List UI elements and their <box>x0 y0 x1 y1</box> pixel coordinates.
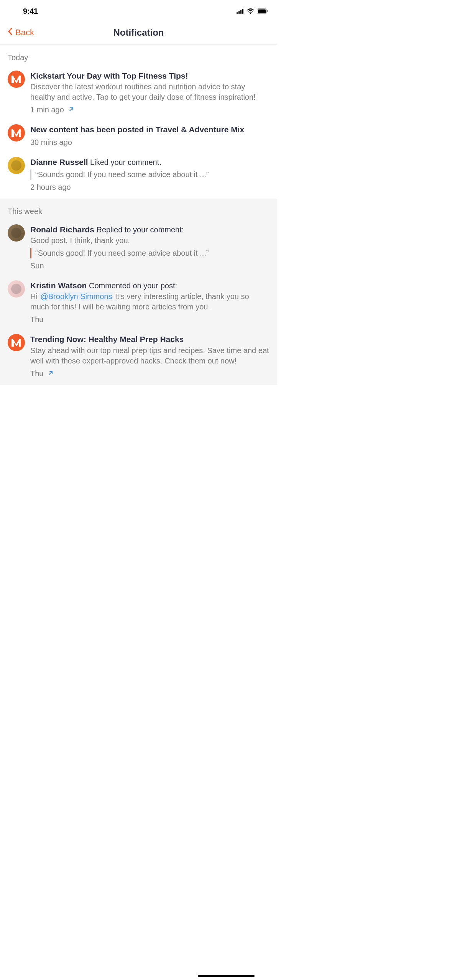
notification-content: Ronald Richards Replied to your comment:… <box>30 224 270 270</box>
section-header: Today <box>0 53 277 67</box>
back-label: Back <box>15 28 34 38</box>
notification-time: Thu <box>30 315 43 324</box>
avatar <box>8 280 25 298</box>
external-link-icon[interactable] <box>48 370 53 378</box>
status-bar: 9:41 <box>0 0 277 21</box>
notification-content: Kristin Watson Commented on your post:Hi… <box>30 280 270 324</box>
notification-time: 1 min ago <box>30 105 64 114</box>
external-link-icon[interactable] <box>69 106 74 114</box>
avatar <box>8 124 25 141</box>
notification-time: Sun <box>30 261 44 270</box>
quote-text: “Sounds good! If you need some advice ab… <box>35 169 270 180</box>
svg-rect-1 <box>238 11 240 14</box>
svg-rect-6 <box>267 10 268 12</box>
back-button[interactable]: Back <box>8 28 34 38</box>
notification-body: Good post, I think, thank you. <box>30 235 270 246</box>
nav-header: Back Notification <box>0 21 277 45</box>
notification-content: New content has been posted in Travel & … <box>30 124 270 146</box>
notification-title: Kristin Watson Commented on your post: <box>30 280 270 291</box>
notification-item[interactable]: Ronald Richards Replied to your comment:… <box>0 221 277 277</box>
notification-time-row: Thu <box>30 369 270 378</box>
svg-rect-5 <box>258 10 266 13</box>
notification-section: This weekRonald Richards Replied to your… <box>0 199 277 385</box>
notification-title: Trending Now: Healthy Meal Prep Hacks <box>30 334 270 344</box>
quote-block: “Sounds good! If you need some advice ab… <box>30 169 270 180</box>
chevron-left-icon <box>8 28 12 38</box>
svg-rect-3 <box>242 9 243 14</box>
notification-item[interactable]: Dianne Russell Liked your comment.“Sound… <box>0 154 277 199</box>
notification-body: Stay ahead with our top meal prep tips a… <box>30 345 270 366</box>
notification-time-row: 2 hours ago <box>30 183 270 192</box>
section-header: This week <box>0 207 277 221</box>
notification-title: Kickstart Your Day with Top Fitness Tips… <box>30 71 270 81</box>
notification-title: Ronald Richards Replied to your comment: <box>30 224 270 235</box>
notification-item[interactable]: New content has been posted in Travel & … <box>0 121 277 153</box>
notification-item[interactable]: Kristin Watson Commented on your post:Hi… <box>0 277 277 331</box>
notification-time-row: 1 min ago <box>30 105 270 114</box>
notification-time-row: 30 mins ago <box>30 138 270 147</box>
notification-content: Trending Now: Healthy Meal Prep HacksSta… <box>30 334 270 378</box>
notification-time: 30 mins ago <box>30 138 72 147</box>
notification-content: Kickstart Your Day with Top Fitness Tips… <box>30 71 270 114</box>
notification-body: Discover the latest workout routines and… <box>30 82 270 102</box>
quote-block: “Sounds good! If you need some advice ab… <box>30 248 270 258</box>
avatar <box>8 157 25 174</box>
notification-time-row: Sun <box>30 261 270 270</box>
notification-item[interactable]: Kickstart Your Day with Top Fitness Tips… <box>0 67 277 121</box>
avatar <box>8 71 25 88</box>
notification-body: Hi @Brooklyn Simmons It's very interesti… <box>30 291 270 312</box>
battery-icon <box>257 8 268 14</box>
mention[interactable]: @Brooklyn Simmons <box>39 292 113 301</box>
notification-title: New content has been posted in Travel & … <box>30 124 270 135</box>
notification-section: TodayKickstart Your Day with Top Fitness… <box>0 45 277 199</box>
status-time: 9:41 <box>11 7 38 16</box>
svg-rect-2 <box>240 10 242 14</box>
notification-title: Dianne Russell Liked your comment. <box>30 157 270 167</box>
page-title: Notification <box>113 27 164 38</box>
notification-content: Dianne Russell Liked your comment.“Sound… <box>30 157 270 192</box>
avatar <box>8 224 25 242</box>
quote-text: “Sounds good! If you need some advice ab… <box>35 248 270 258</box>
notification-time: 2 hours ago <box>30 183 71 192</box>
notification-item[interactable]: Trending Now: Healthy Meal Prep HacksSta… <box>0 331 277 385</box>
svg-rect-0 <box>237 12 238 14</box>
notification-time-row: Thu <box>30 315 270 324</box>
notification-time: Thu <box>30 369 43 378</box>
cellular-icon <box>237 9 244 14</box>
status-icons <box>237 8 268 14</box>
avatar <box>8 334 25 351</box>
wifi-icon <box>247 8 254 14</box>
